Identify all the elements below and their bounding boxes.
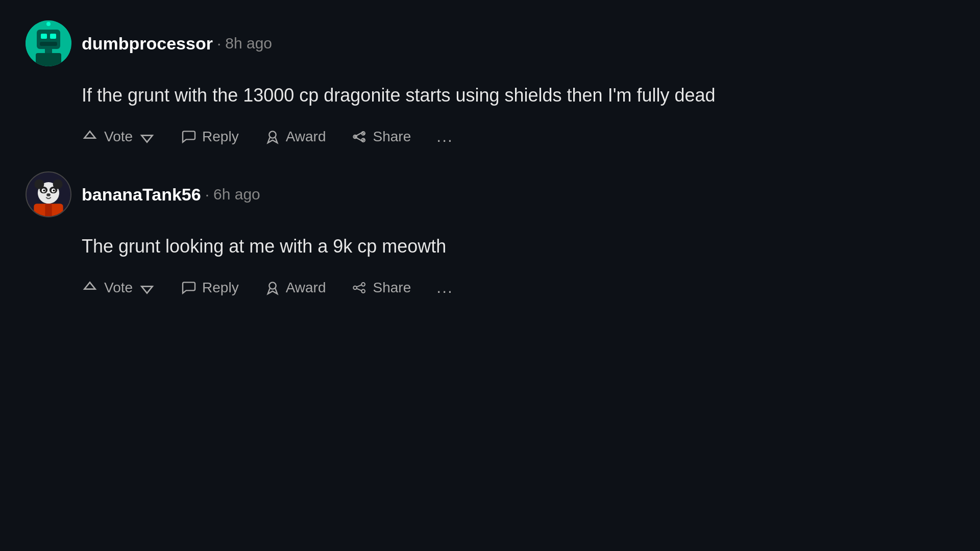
svg-point-30	[353, 286, 357, 289]
svg-line-31	[356, 285, 362, 287]
timestamp-1: 8h ago	[225, 35, 272, 52]
comment-1-actions: Vote Reply	[82, 127, 954, 146]
avatar-bananaTank56	[26, 171, 71, 217]
comment-2-header: bananaTank56 · 6h ago	[26, 171, 954, 217]
comment-1-text: If the grunt with the 13000 cp dragonite…	[82, 82, 954, 109]
share-button-1[interactable]: Share	[352, 129, 411, 145]
reply-button-2[interactable]: Reply	[181, 280, 239, 296]
share-icon-2	[352, 280, 368, 296]
username-dumbprocessor: dumbprocessor	[82, 34, 213, 54]
upvote-icon-1	[82, 129, 98, 145]
comment-2-body: The grunt looking at me with a 9k cp meo…	[82, 233, 954, 297]
comment-2: bananaTank56 · 6h ago The grunt looking …	[26, 171, 954, 297]
svg-rect-3	[50, 34, 56, 39]
more-button-1[interactable]: ...	[436, 127, 453, 146]
svg-point-28	[361, 283, 365, 286]
svg-point-23	[46, 193, 51, 196]
svg-rect-25	[45, 204, 52, 217]
separator-1: ·	[217, 35, 221, 52]
vote-label-1: Vote	[104, 129, 133, 145]
downvote-button-1[interactable]	[139, 129, 155, 145]
svg-rect-26	[35, 206, 45, 208]
upvote-button-2[interactable]	[82, 280, 98, 296]
avatar-dumbprocessor	[26, 20, 71, 66]
downvote-button-2[interactable]	[139, 280, 155, 296]
comments-container: dumbprocessor · 8h ago If the grunt with…	[0, 0, 980, 343]
svg-point-29	[361, 289, 365, 293]
vote-group-1: Vote	[82, 129, 155, 145]
share-button-2[interactable]: Share	[352, 280, 411, 296]
svg-rect-1	[37, 30, 60, 49]
username-bananaTank56: bananaTank56	[82, 185, 201, 205]
reply-icon-1	[181, 129, 197, 145]
svg-point-22	[53, 189, 55, 191]
svg-rect-5	[45, 49, 52, 53]
vote-group-2: Vote	[82, 280, 155, 296]
comment-1-header: dumbprocessor · 8h ago	[26, 20, 954, 66]
comment-2-actions: Vote Reply	[82, 278, 954, 297]
reply-button-1[interactable]: Reply	[181, 129, 239, 145]
svg-point-21	[43, 189, 45, 191]
comment-2-meta: bananaTank56 · 6h ago	[82, 185, 260, 205]
reply-icon-2	[181, 280, 197, 296]
comment-1: dumbprocessor · 8h ago If the grunt with…	[26, 20, 954, 146]
downvote-icon-2	[139, 280, 155, 296]
award-icon-1	[264, 129, 281, 145]
timestamp-2: 6h ago	[213, 186, 260, 203]
svg-rect-4	[40, 42, 57, 46]
separator-2: ·	[205, 186, 209, 203]
comment-1-meta: dumbprocessor · 8h ago	[82, 34, 272, 54]
share-icon-1	[352, 129, 368, 145]
avatar-1-icon	[26, 20, 71, 66]
award-icon-2	[264, 280, 281, 296]
award-button-2[interactable]: Award	[264, 280, 326, 296]
avatar-2-icon	[27, 171, 70, 217]
downvote-icon-1	[139, 129, 155, 145]
more-button-2[interactable]: ...	[436, 278, 453, 297]
svg-point-9	[269, 131, 276, 138]
svg-point-8	[46, 22, 51, 26]
svg-line-32	[356, 288, 362, 291]
svg-rect-6	[36, 53, 61, 66]
svg-point-27	[269, 282, 276, 289]
vote-label-2: Vote	[104, 280, 133, 296]
svg-rect-2	[41, 34, 47, 39]
upvote-icon-2	[82, 280, 98, 296]
upvote-button-1[interactable]	[82, 129, 98, 145]
award-button-1[interactable]: Award	[264, 129, 326, 145]
comment-1-body: If the grunt with the 13000 cp dragonite…	[82, 82, 954, 146]
comment-2-text: The grunt looking at me with a 9k cp meo…	[82, 233, 954, 260]
